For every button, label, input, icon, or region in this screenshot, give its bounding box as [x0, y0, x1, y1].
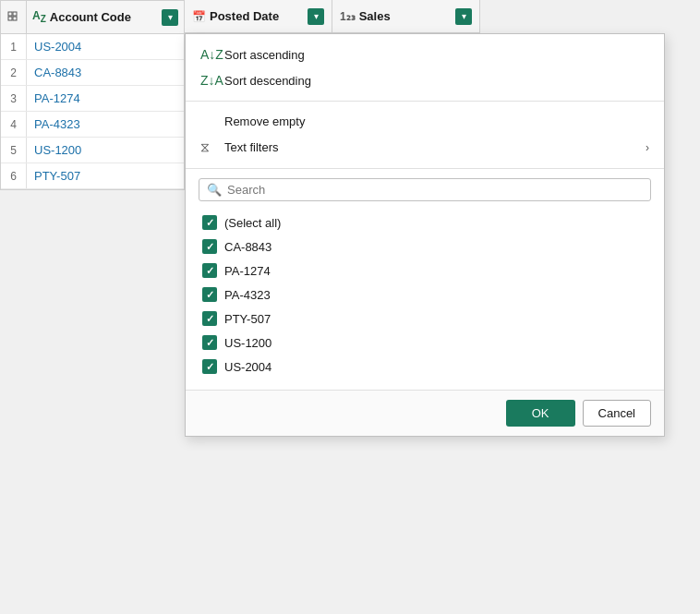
- table-row: 5 US-1200: [1, 138, 184, 163]
- table-header: AZ Account Code ▾: [1, 1, 184, 34]
- search-icon: 🔍: [207, 183, 222, 197]
- checkbox-item-us-1200[interactable]: US-1200: [199, 331, 651, 355]
- table-row: 1 US-2004: [1, 34, 184, 60]
- row-num-2: 2: [1, 60, 27, 85]
- search-box: 🔍: [199, 178, 651, 201]
- account-code-label: Account Code: [50, 10, 131, 24]
- filter-dropdown: A↓Z Sort ascending Z↓A Sort descending R…: [185, 33, 665, 437]
- checkbox-item-ca-8843[interactable]: CA-8843: [199, 235, 651, 259]
- checkbox-ca-8843[interactable]: [202, 239, 217, 254]
- row-number-header: [1, 1, 27, 33]
- row-num-5: 5: [1, 138, 27, 163]
- checkbox-list: (Select all) CA-8843 PA-1274 PA-4323 PTY…: [186, 207, 664, 390]
- table-row: 2 CA-8843: [1, 60, 184, 86]
- sort-descending-item[interactable]: Z↓A Sort descending: [186, 67, 664, 93]
- filter-options-section: Remove empty ⧖ Text filters ›: [186, 102, 664, 169]
- svg-rect-2: [8, 17, 12, 20]
- remove-empty-label: Remove empty: [224, 114, 305, 128]
- row-val-4: PA-4323: [27, 117, 80, 131]
- sales-label: Sales: [359, 9, 391, 23]
- number-col-icon: 1₂₃: [340, 10, 356, 23]
- svg-rect-0: [8, 12, 12, 16]
- checkbox-pty-507[interactable]: [202, 311, 217, 326]
- checkbox-label-us-1200: US-1200: [224, 336, 272, 350]
- row-val-5: US-1200: [27, 143, 81, 157]
- checkbox-us-1200[interactable]: [202, 335, 217, 350]
- chevron-right-icon: ›: [646, 141, 649, 154]
- account-code-header: AZ Account Code ▾: [27, 1, 184, 33]
- checkbox-select-all[interactable]: [202, 215, 217, 230]
- row-num-4: 4: [1, 112, 27, 137]
- sort-section: A↓Z Sort ascending Z↓A Sort descending: [186, 34, 664, 102]
- text-filters-item[interactable]: ⧖ Text filters ›: [186, 134, 664, 161]
- remove-empty-item[interactable]: Remove empty: [186, 109, 664, 134]
- checkbox-item-select-all[interactable]: (Select all): [199, 211, 651, 235]
- checkbox-label-pty-507: PTY-507: [224, 312, 271, 326]
- checkbox-pa-4323[interactable]: [202, 287, 217, 302]
- checkbox-item-pty-507[interactable]: PTY-507: [199, 307, 651, 331]
- posted-date-label: Posted Date: [210, 9, 279, 23]
- data-table: AZ Account Code ▾ 1 US-2004 2 CA-8843 3 …: [0, 0, 185, 190]
- sort-ascending-item[interactable]: A↓Z Sort ascending: [186, 42, 664, 67]
- sort-asc-icon: A↓Z: [200, 47, 217, 62]
- text-filters-label: Text filters: [224, 140, 279, 154]
- sort-ascending-label: Sort ascending: [224, 48, 305, 62]
- svg-rect-1: [13, 12, 17, 16]
- checkbox-item-us-2004[interactable]: US-2004: [199, 355, 651, 379]
- cancel-button[interactable]: Cancel: [583, 400, 651, 427]
- row-val-2: CA-8843: [27, 66, 81, 79]
- svg-rect-3: [13, 17, 17, 20]
- table-row: 6 PTY-507: [1, 163, 184, 189]
- checkbox-label-ca-8843: CA-8843: [224, 240, 272, 254]
- row-val-3: PA-1274: [27, 91, 80, 105]
- checkbox-item-pa-1274[interactable]: PA-1274: [199, 259, 651, 283]
- sales-filter-button[interactable]: ▾: [455, 8, 472, 25]
- checkbox-label-us-2004: US-2004: [224, 360, 272, 374]
- checkbox-pa-1274[interactable]: [202, 263, 217, 278]
- checkbox-item-pa-4323[interactable]: PA-4323: [199, 283, 651, 307]
- extra-col-headers: 📅 Posted Date ▾ 1₂₃ Sales ▾: [185, 0, 480, 33]
- checkbox-us-2004[interactable]: [202, 359, 217, 374]
- row-num-6: 6: [1, 163, 27, 188]
- row-num-1: 1: [1, 34, 27, 59]
- calendar-icon: 📅: [192, 10, 206, 23]
- row-val-1: US-2004: [27, 40, 81, 54]
- footer-section: OK Cancel: [186, 390, 664, 436]
- search-input[interactable]: [227, 183, 643, 197]
- sales-header: 1₂₃ Sales ▾: [332, 0, 480, 32]
- sort-desc-icon: Z↓A: [200, 73, 217, 88]
- table-grid-icon: [7, 11, 20, 24]
- row-val-6: PTY-507: [27, 169, 80, 183]
- text-col-icon: AZ: [32, 9, 46, 24]
- row-num-3: 3: [1, 86, 27, 111]
- posted-date-filter-button[interactable]: ▾: [308, 8, 324, 25]
- checkbox-label-pa-4323: PA-4323: [224, 288, 271, 302]
- account-code-filter-button[interactable]: ▾: [162, 9, 178, 26]
- funnel-icon: ⧖: [200, 139, 217, 155]
- table-row: 4 PA-4323: [1, 112, 184, 138]
- checkbox-label-pa-1274: PA-1274: [224, 264, 271, 278]
- sort-descending-label: Sort descending: [224, 74, 311, 88]
- posted-date-header: 📅 Posted Date ▾: [185, 0, 332, 32]
- table-row: 3 PA-1274: [1, 86, 184, 112]
- ok-button[interactable]: OK: [506, 400, 575, 427]
- search-section: 🔍: [186, 169, 664, 207]
- checkbox-label-select-all: (Select all): [224, 216, 281, 230]
